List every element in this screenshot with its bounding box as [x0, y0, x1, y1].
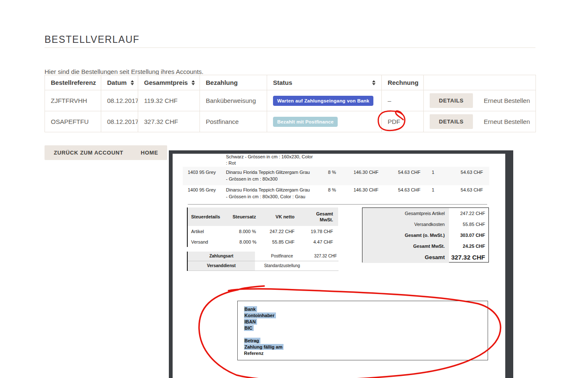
pdf-link[interactable]: PDF [388, 118, 400, 125]
totals-row: Gesamt (o. MwSt.) 303.07 CHF [362, 230, 488, 241]
header-date-label: Datum [107, 79, 127, 86]
header-actions [424, 75, 536, 90]
product-ref: 1403 95 Grey [188, 169, 216, 175]
product-ref: 1400 95 Grey [188, 187, 216, 193]
tax-cell: Versand [187, 236, 231, 247]
tax-cell: 247.22 CHF [257, 226, 295, 236]
totals-value: 247.22 CHF [449, 210, 488, 216]
totals-value: 24.25 CHF [449, 243, 488, 249]
tax-cell: 8.000 % [231, 226, 257, 236]
totals-row: Gesamtpreis Artikel 247.22 CHF [362, 208, 488, 219]
payment-method-label: Zahlungsart [188, 252, 255, 261]
order-total: 327.32 CHF [138, 111, 200, 132]
invoice-totals-box: Gesamtpreis Artikel 247.22 CHF Versandko… [362, 207, 489, 262]
reorder-link[interactable]: Erneut Bestellen [484, 118, 530, 125]
page-subtitle: Hier sind die Bestellungen seit Erstellu… [45, 68, 204, 75]
carrier-value: Standardzustellung [255, 263, 309, 269]
order-payment: Postfinance [200, 111, 267, 132]
bank-field: Betrag [244, 338, 488, 344]
bank-field-label: Betrag [244, 338, 260, 344]
order-status-cell: Bezahlt mit Postfinance [267, 111, 382, 132]
bank-field: IBAN [244, 319, 488, 325]
bank-field: Bank [244, 306, 488, 312]
sort-icon[interactable] [372, 80, 375, 85]
payment-method-value: Postfinance [255, 253, 309, 259]
sort-icon[interactable] [192, 80, 195, 85]
product-name: Dinarsu Florida Teppich Glitzergarn Grau [226, 169, 310, 175]
order-invoice-cell: PDF [382, 111, 424, 132]
bank-field: Kontoinhaber [244, 312, 488, 319]
back-to-account-button[interactable]: ZURÜCK ZUM ACCOUNT [45, 145, 133, 160]
order-date: 08.12.2017 [101, 111, 138, 132]
product-tax: 8 % [320, 187, 336, 193]
product-qty: 1 [425, 187, 441, 193]
product-price: 54.63 CHF [382, 169, 420, 175]
totals-value: 327.32 CHF [449, 255, 488, 260]
order-date: 08.12.2017 [101, 90, 138, 111]
header-status-label: Status [273, 79, 292, 86]
order-total: 119.32 CHF [138, 90, 200, 111]
orders-table: Bestellreferenz Datum Gesammtpreis Bezah… [45, 75, 536, 132]
payment-summary-table: Zahlungsart Postfinance 327.32 CHF Versa… [187, 252, 339, 271]
tax-cell: Artikel [187, 226, 231, 236]
page-title: BESTELLVERLAUF [45, 34, 139, 45]
sort-icon[interactable] [131, 80, 134, 85]
totals-grand-row: Gesamt 327.32 CHF [362, 252, 488, 263]
pdf-viewer[interactable]: Schwarz - Grössen in cm : 160x230, Color… [169, 150, 513, 378]
totals-label: Gesamtpreis Artikel [362, 208, 449, 219]
bank-field-label: Referenz [244, 351, 263, 356]
bank-spacer [238, 331, 488, 338]
product-price: 54.63 CHF [382, 187, 420, 193]
order-payment: Banküberweisung [200, 90, 267, 111]
orders-header-row: Bestellreferenz Datum Gesammtpreis Bezah… [45, 75, 536, 90]
order-actions-cell: DETAILS Erneut Bestellen [424, 111, 536, 132]
totals-value: 55.85 CHF [449, 221, 488, 227]
tax-header-row: Steuerdetails Steuersatz VK netto Gesamt… [187, 207, 338, 226]
product-total: 54.63 CHF [444, 169, 483, 175]
header-invoice-label: Rechnung [388, 79, 418, 86]
header-payment-label: Bezahlung [206, 79, 238, 86]
details-button[interactable]: DETAILS [430, 114, 473, 129]
header-status[interactable]: Status [267, 75, 382, 90]
tax-row: Versand 8.000 % 55.85 CHF 4.47 CHF [187, 236, 338, 247]
tax-row: Artikel 8.000 % 247.22 CHF 19.78 CHF [187, 226, 338, 236]
order-invoice-cell: – [382, 90, 424, 111]
header-reference: Bestellreferenz [45, 75, 101, 90]
home-button[interactable]: HOME [131, 145, 167, 160]
tax-details-table: Steuerdetails Steuersatz VK netto Gesamt… [187, 207, 339, 247]
carrier-label: Versanddienst [188, 261, 255, 270]
product-variant: - Grössen in cm : 80x300 [226, 176, 278, 182]
order-reference: ZJFTFRVHH [45, 90, 101, 111]
tax-header: VK netto [257, 207, 295, 226]
totals-label: Gesamt [362, 252, 449, 263]
tax-cell: 55.85 CHF [257, 236, 295, 247]
bank-field: BIC [244, 325, 488, 331]
product-carryover-line: Schwarz - Grössen in cm : 160x230, Color [226, 154, 313, 160]
bank-field-label: Bank [244, 306, 257, 312]
reorder-link[interactable]: Erneut Bestellen [484, 97, 530, 104]
tax-header: Steuerdetails [187, 207, 231, 226]
pdf-invoice-page: Schwarz - Grössen in cm : 160x230, Color… [173, 154, 505, 378]
bank-field-label: Kontoinhaber [244, 312, 276, 318]
header-payment: Bezahlung [200, 75, 267, 90]
product-unit-price: 146.30 CHF [340, 187, 378, 193]
payment-row: Zahlungsart Postfinance 327.32 CHF [188, 252, 339, 261]
header-total-label: Gesammtpreis [144, 79, 188, 86]
order-row: OSAPEFTFU 08.12.2017 327.32 CHF Postfina… [45, 111, 536, 132]
products-divider [188, 204, 487, 205]
bank-field: Referenz [244, 350, 488, 357]
details-button[interactable]: DETAILS [430, 93, 473, 108]
product-variant: - Grössen in cm : 80x300, Color : Grau [226, 194, 305, 200]
totals-row: Versandkosten 55.85 CHF [362, 219, 488, 230]
payment-amount: 327.32 CHF [309, 253, 339, 259]
status-badge: Warten auf Zahlungseingang von Bank [273, 96, 373, 106]
totals-row: Gesamt MwSt. 24.25 CHF [362, 241, 488, 252]
order-actions-cell: DETAILS Erneut Bestellen [424, 90, 536, 111]
product-tax: 8 % [320, 169, 336, 175]
header-date[interactable]: Datum [101, 75, 138, 90]
header-total[interactable]: Gesammtpreis [138, 75, 200, 90]
totals-label: Versandkosten [362, 219, 449, 230]
tax-header: Gesamt MwSt. [295, 207, 338, 226]
status-badge: Bezahlt mit Postfinance [273, 117, 338, 127]
bank-field-label: BIC [244, 325, 254, 331]
